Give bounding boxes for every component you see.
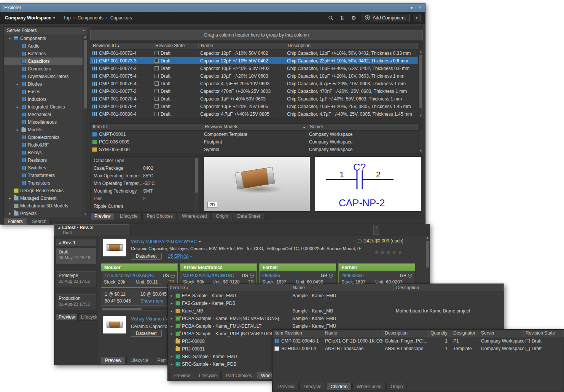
state-checkbox[interactable]: [155, 104, 159, 108]
datasheet-button[interactable]: Datasheet: [131, 253, 162, 260]
column-header-designator[interactable]: Designator: [451, 330, 479, 337]
add-component-dropdown[interactable]: ▾: [413, 14, 421, 22]
sidebar-item[interactable]: ▸ Managed Content: [4, 194, 83, 202]
table-row[interactable]: SYM-006-0000 Symbol Company Workspace: [90, 146, 418, 153]
column-header-quantity[interactable]: Quantity: [429, 330, 451, 337]
expand-arrow-icon[interactable]: ▸: [15, 128, 20, 132]
tab[interactable]: Where-used: [178, 212, 211, 220]
tab[interactable]: Children: [326, 383, 352, 390]
expand-arrow-icon[interactable]: ▸: [15, 105, 20, 109]
parameter-row[interactable]: Min Operating Temper... -55°C: [91, 180, 194, 187]
sidebar-item[interactable]: Transformers: [4, 172, 83, 179]
sidebar-item[interactable]: Relays: [4, 149, 83, 156]
tab[interactable]: Folders: [3, 218, 27, 225]
schematic-symbol-preview[interactable]: C? 1 2 CAP-NP-2: [315, 156, 421, 212]
tab[interactable]: Preview: [56, 313, 78, 321]
sidebar-item[interactable]: ▸ Models: [4, 126, 83, 134]
supplier-card[interactable]: Mouser 77-VJ0402A220JXACBC US Stock: 29k…: [101, 263, 178, 288]
sidebar-item[interactable]: Transistors: [4, 179, 83, 187]
sidebar-scrollbar[interactable]: ▲ ▼: [83, 35, 88, 217]
parameter-row[interactable]: Pins 2: [91, 195, 194, 202]
table-row[interactable]: CMP-001-00077-3 Draft Capacitor 470nF +/…: [90, 88, 418, 95]
tab[interactable]: Origin: [386, 383, 407, 390]
supplier-part-number-link[interactable]: VJ0402A220JXACW1BC: [183, 273, 234, 278]
state-checkbox[interactable]: [155, 51, 159, 55]
grid-scrollbar[interactable]: ▲ ▼: [418, 49, 423, 118]
state-checkbox[interactable]: [155, 66, 159, 70]
tab[interactable]: Preview: [101, 357, 126, 364]
table-row[interactable]: CMP-001-00075-4 Draft Capacitor 10µF +/-…: [90, 72, 418, 80]
sidebar-item[interactable]: Audio: [4, 42, 83, 50]
column-header-revision-id[interactable]: Revision ID▴: [91, 43, 153, 49]
state-checkbox[interactable]: [526, 339, 530, 343]
breadcrumb-item[interactable]: Components: [71, 15, 104, 21]
parameter-row[interactable]: Ripple Current: [91, 202, 194, 210]
parameter-row[interactable]: Mounting Technology SMT: [91, 187, 194, 195]
sidebar-item[interactable]: Design Reuse Blocks: [4, 187, 83, 194]
sidebar-item[interactable]: Optoelectronics: [4, 134, 83, 141]
sidebar-item[interactable]: Inductors: [4, 96, 83, 103]
table-row[interactable]: CMP-001-00080-4 Draft Capacitor 4.7µF +/…: [90, 110, 418, 118]
expand-arrow-icon[interactable]: ▸: [169, 360, 174, 368]
table-row[interactable]: PCC-006-0009 Footprint Company Workspace: [90, 138, 418, 146]
mini-scrollbar[interactable]: ▴: [373, 225, 379, 235]
parameter-row[interactable]: Case/Package 0402: [91, 164, 194, 172]
revision-item[interactable]: Prototype 01-Aug-23 17:52: [56, 271, 96, 287]
expand-arrow-icon[interactable]: ▸: [8, 196, 12, 200]
close-icon[interactable]: ×: [419, 5, 421, 10]
sidebar-item[interactable]: Mechatronic 3D Models: [4, 202, 83, 210]
sidebar-item[interactable]: Capacitors: [4, 57, 83, 65]
table-row[interactable]: CMP-002-00048-1 PCIeX1-GF-2D-1000-1K-O36…: [272, 337, 564, 345]
state-checkbox[interactable]: [155, 97, 159, 101]
column-header-revision-state[interactable]: Revision State: [524, 330, 564, 337]
sidebar-item[interactable]: ▾ Components: [4, 35, 83, 42]
tab[interactable]: Preview: [169, 372, 194, 379]
sidebar-item[interactable]: Mechanical: [4, 111, 83, 118]
chevron-down-icon[interactable]: ▾: [199, 240, 201, 244]
table-row[interactable]: CMP-001-00079-4 Draft Capacitor 10µF +/-…: [90, 103, 418, 110]
latest-revision-tab[interactable]: ◢Latest - Rev. 3 Draft: [54, 224, 129, 236]
column-header-item-id[interactable]: Item ID: [91, 124, 202, 130]
expand-arrow-icon[interactable]: ▸: [8, 212, 12, 215]
expand-arrow-icon[interactable]: ▸: [169, 330, 174, 338]
column-header-revision-state[interactable]: Revision State: [153, 43, 199, 49]
manufacturer-part-link[interactable]: Vishay VJ0402A220JXACW1BC: [131, 239, 197, 244]
tab[interactable]: Search: [28, 218, 51, 225]
table-row[interactable]: CMP-001-00078-4 Draft Capacitor 1µF +/-4…: [90, 95, 418, 103]
state-checkbox[interactable]: [155, 112, 159, 116]
sidebar-item[interactable]: Radio&RF: [4, 141, 83, 149]
tab[interactable]: Part Choices: [221, 372, 256, 379]
state-checkbox[interactable]: [155, 89, 159, 93]
tab[interactable]: Origin: [212, 212, 232, 220]
datasheet-button[interactable]: Datasheet: [131, 330, 162, 337]
table-row[interactable]: ▸ FAB-Sample - Kame_FMU Sample - Kame_FM…: [168, 292, 504, 300]
spn-link[interactable]: 15 SPN(s)▴: [168, 253, 192, 259]
supplier-part-number-link[interactable]: 77-VJ0402A220JXACBC: [104, 273, 155, 278]
tab[interactable]: Preview: [274, 383, 299, 390]
tab[interactable]: Lifecycle: [126, 357, 153, 364]
state-checkbox[interactable]: [526, 347, 530, 351]
column-header-name[interactable]: Name: [199, 43, 285, 49]
table-row[interactable]: SCHDOT-0000-4 ANSI B Landscape ANSI B La…: [272, 345, 564, 352]
column-header-description[interactable]: Description: [383, 330, 429, 337]
table-row[interactable]: CMP-001-00072-4 Draft Capacitor 12pF +/-…: [90, 49, 418, 57]
sidebar-item[interactable]: Resistors: [4, 156, 83, 164]
expand-arrow-icon[interactable]: ▸: [169, 292, 174, 300]
expand-arrow-icon[interactable]: ▸: [169, 315, 174, 322]
component-3d-preview[interactable]: 2D: [204, 156, 310, 212]
tab[interactable]: Data Sheet: [233, 212, 264, 220]
expand-arrow-icon[interactable]: ▸: [15, 82, 20, 86]
column-header-description[interactable]: Description: [285, 43, 418, 49]
revision-item[interactable]: Production 01-Aug-23 17:53: [56, 294, 96, 310]
tab[interactable]: Lifecycle: [116, 212, 142, 220]
sidebar-item[interactable]: ▸ Integrated Circuits: [4, 103, 83, 111]
sidebar-item[interactable]: ▸ Projects: [4, 210, 83, 217]
column-header-item-id[interactable]: Item ID▴: [168, 284, 290, 292]
expand-arrow-icon[interactable]: ▸: [169, 353, 174, 360]
column-header-server[interactable]: Server: [479, 330, 524, 337]
panel-collapse-icon[interactable]: ▾: [411, 5, 413, 10]
sidebar-item[interactable]: Switches: [4, 164, 83, 172]
parameter-row[interactable]: Capacitor Type: [91, 157, 194, 164]
models-scrollbar[interactable]: ▼: [418, 131, 423, 153]
breadcrumb-item[interactable]: Capacitors: [104, 15, 132, 21]
